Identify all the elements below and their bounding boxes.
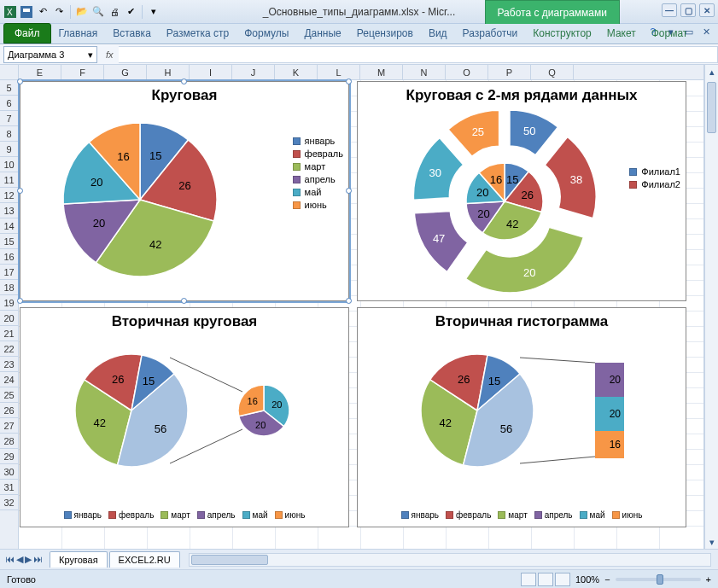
- row-header[interactable]: 6: [0, 96, 18, 111]
- spellcheck-icon[interactable]: ✔: [124, 5, 137, 19]
- row-header[interactable]: 11: [0, 172, 18, 188]
- tab-view[interactable]: Вид: [421, 23, 455, 44]
- col-header[interactable]: E: [19, 65, 61, 79]
- minimize-button[interactable]: —: [662, 3, 677, 17]
- tab-insert[interactable]: Вставка: [105, 23, 159, 44]
- col-header[interactable]: O: [446, 65, 488, 79]
- tab-nav-last-icon[interactable]: ⏭: [33, 554, 43, 565]
- row-header[interactable]: 18: [0, 280, 18, 295]
- row-header[interactable]: 27: [0, 418, 18, 434]
- vertical-scrollbar[interactable]: ▴ ▾: [704, 65, 718, 549]
- col-header[interactable]: K: [275, 65, 318, 79]
- chart-pie[interactable]: Круговая январь февраль март апрель май …: [20, 81, 349, 301]
- qat-dropdown-icon[interactable]: ▾: [147, 5, 161, 19]
- print-icon[interactable]: 🖨: [108, 5, 121, 19]
- row-headers[interactable]: 5678910111213141516171819202122232425262…: [0, 80, 19, 549]
- row-header[interactable]: 9: [0, 142, 18, 157]
- tab-layout[interactable]: Разметка стр: [159, 23, 236, 44]
- row-header[interactable]: 32: [0, 495, 18, 510]
- select-all-corner[interactable]: [0, 65, 19, 80]
- row-header[interactable]: 26: [0, 403, 18, 418]
- row-header[interactable]: 8: [0, 126, 18, 142]
- help-icon[interactable]: ?: [646, 26, 659, 38]
- row-header[interactable]: 30: [0, 464, 18, 480]
- tab-developer[interactable]: Разработчи: [455, 23, 526, 44]
- view-normal-icon[interactable]: [521, 573, 536, 586]
- zoom-in-button[interactable]: +: [706, 574, 711, 585]
- zoom-knob[interactable]: [657, 574, 663, 585]
- sheet-tab-active[interactable]: Круговая: [50, 551, 108, 568]
- open-icon[interactable]: 📂: [75, 5, 89, 19]
- row-header[interactable]: 31: [0, 480, 18, 495]
- scroll-up-icon[interactable]: ▴: [706, 66, 718, 78]
- undo-icon[interactable]: ↶: [36, 5, 50, 19]
- col-header[interactable]: Q: [531, 65, 574, 79]
- maximize-button[interactable]: ▢: [680, 3, 696, 17]
- redo-icon[interactable]: ↷: [52, 5, 66, 19]
- row-header[interactable]: 22: [0, 341, 18, 357]
- row-header[interactable]: 24: [0, 372, 18, 387]
- tab-file[interactable]: Файл: [3, 23, 51, 44]
- formula-input[interactable]: [119, 46, 718, 63]
- scroll-down-icon[interactable]: ▾: [706, 536, 718, 548]
- tab-review[interactable]: Рецензиров: [349, 23, 421, 44]
- sheet-tab[interactable]: EXCEL2.RU: [109, 551, 180, 568]
- print-preview-icon[interactable]: 🔍: [91, 5, 105, 19]
- col-header[interactable]: F: [61, 65, 104, 79]
- col-header[interactable]: H: [147, 65, 190, 79]
- chart-pie-2series[interactable]: Круговая с 2-мя рядами данных Филиал1 Фи…: [357, 81, 686, 301]
- row-header[interactable]: 21: [0, 326, 18, 341]
- horizontal-scrollbar[interactable]: [189, 553, 711, 567]
- tab-data[interactable]: Данные: [296, 23, 348, 44]
- tab-formulas[interactable]: Формулы: [236, 23, 296, 44]
- chart-bar-of-pie[interactable]: Вторичная гистограмма 16 20 20 42261556 …: [357, 307, 686, 527]
- minimize-ribbon-icon[interactable]: ▾: [664, 26, 677, 38]
- col-header[interactable]: P: [488, 65, 531, 79]
- row-header[interactable]: 10: [0, 157, 18, 172]
- legend-item: Филиал1: [641, 166, 680, 177]
- row-header[interactable]: 7: [0, 111, 18, 126]
- row-header[interactable]: 28: [0, 434, 18, 449]
- tab-chart-design[interactable]: Конструктор: [525, 23, 598, 44]
- close-workbook-icon[interactable]: ✕: [700, 26, 713, 38]
- view-page-layout-icon[interactable]: [538, 573, 553, 586]
- scroll-thumb[interactable]: [191, 555, 268, 565]
- col-header[interactable]: N: [403, 65, 446, 79]
- row-header[interactable]: 25: [0, 387, 18, 403]
- row-header[interactable]: 23: [0, 357, 18, 372]
- row-header[interactable]: 20: [0, 311, 18, 326]
- row-header[interactable]: 16: [0, 249, 18, 265]
- col-header[interactable]: I: [190, 65, 232, 79]
- tab-nav-next-icon[interactable]: ▶: [25, 554, 32, 565]
- row-header[interactable]: 5: [0, 80, 18, 96]
- zoom-out-button[interactable]: −: [604, 574, 610, 585]
- scroll-thumb[interactable]: [707, 82, 716, 133]
- row-header[interactable]: 13: [0, 203, 18, 218]
- cell-grid[interactable]: E F G H I J K L M N O P Q 56789101112131…: [0, 65, 704, 549]
- name-box[interactable]: Диаграмма 3 ▾: [3, 46, 97, 63]
- close-button[interactable]: ✕: [699, 3, 715, 17]
- tab-nav-first-icon[interactable]: ⏮: [5, 554, 15, 565]
- fx-icon[interactable]: fx: [106, 49, 114, 60]
- tab-home[interactable]: Главная: [51, 23, 106, 44]
- col-header[interactable]: M: [360, 65, 403, 79]
- row-header[interactable]: 14: [0, 218, 18, 234]
- column-headers[interactable]: E F G H I J K L M N O P Q: [19, 65, 703, 80]
- chart-tools-tab[interactable]: Работа с диаграммами: [485, 0, 621, 24]
- row-header[interactable]: 17: [0, 265, 18, 280]
- row-header[interactable]: 12: [0, 188, 18, 203]
- tab-chart-layout[interactable]: Макет: [599, 23, 644, 44]
- zoom-slider[interactable]: [616, 578, 701, 581]
- row-header[interactable]: 29: [0, 449, 18, 464]
- tab-nav-prev-icon[interactable]: ◀: [16, 554, 23, 565]
- col-header[interactable]: J: [232, 65, 275, 79]
- restore-workbook-icon[interactable]: ▭: [682, 26, 695, 38]
- col-header[interactable]: L: [318, 65, 360, 79]
- col-header[interactable]: G: [104, 65, 147, 79]
- save-icon[interactable]: [20, 5, 33, 19]
- chart-pie-of-pie[interactable]: Вторичная круговая 42261556202016 январь…: [20, 307, 349, 527]
- row-header[interactable]: 19: [0, 295, 18, 311]
- name-box-dropdown-icon[interactable]: ▾: [88, 49, 93, 61]
- view-page-break-icon[interactable]: [555, 573, 570, 586]
- row-header[interactable]: 15: [0, 234, 18, 249]
